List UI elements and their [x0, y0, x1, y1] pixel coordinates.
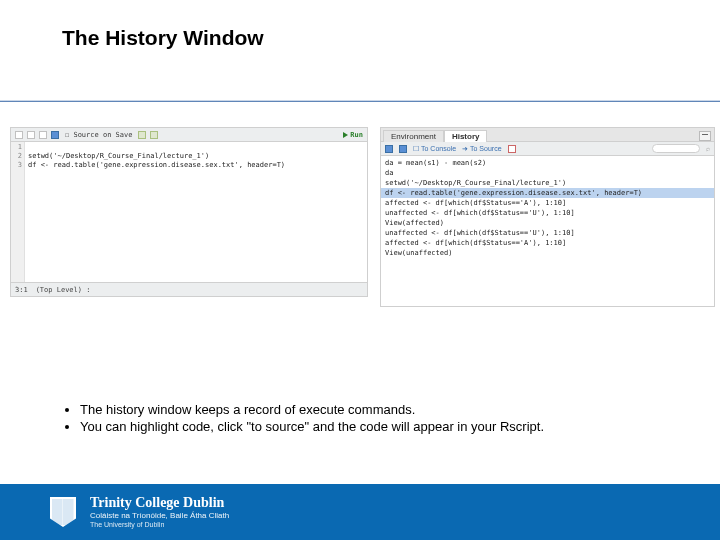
editor-body[interactable]: 1 2 3 setwd('~/Desktop/R_Course_Final/le… [11, 142, 367, 282]
line-number: 3 [11, 161, 22, 170]
history-line[interactable]: da [381, 168, 714, 178]
bullet-item: You can highlight code, click "to source… [80, 419, 662, 434]
run-arrow-icon [343, 132, 348, 138]
slide-footer: Trinity College Dublin Coláiste na Tríon… [0, 484, 720, 540]
university-gaelic: Coláiste na Tríonóide, Baile Átha Cliath [90, 511, 229, 520]
history-list[interactable]: da = mean(s1) - mean(s2)dasetwd('~/Deskt… [381, 156, 714, 306]
history-line[interactable]: unaffected <- df[which(df$Status=='U'), … [381, 208, 714, 218]
history-line[interactable]: df <- read.table('gene.expression.diseas… [381, 188, 714, 198]
bullet-item: The history window keeps a record of exe… [80, 402, 662, 417]
code-line [28, 170, 32, 178]
pane-collapse-icon[interactable] [699, 131, 711, 141]
university-name: Trinity College Dublin [90, 495, 229, 511]
editor-gutter: 1 2 3 [11, 142, 25, 282]
find-icon[interactable] [138, 131, 146, 139]
tab-history[interactable]: History [444, 130, 488, 142]
rstudio-history-pane: Environment History ☐ To Console ➜ To So… [380, 127, 715, 307]
run-label: Run [350, 131, 363, 139]
to-source-label: To Source [470, 145, 502, 152]
code-line: df <- read.table('gene.expression.diseas… [28, 161, 285, 169]
footer-text: Trinity College Dublin Coláiste na Tríon… [90, 495, 229, 528]
save-history-icon[interactable] [399, 145, 407, 153]
code-line: setwd('~/Desktop/R_Course_Final/lecture_… [28, 152, 209, 160]
line-number: 2 [11, 152, 22, 161]
new-doc-icon[interactable] [39, 131, 47, 139]
to-source-button[interactable]: ➜ To Source [462, 145, 502, 153]
history-line[interactable]: affected <- df[which(df$Status=='A'), 1:… [381, 238, 714, 248]
history-line[interactable]: unaffected <- df[which(df$Status=='U'), … [381, 228, 714, 238]
history-search-input[interactable] [652, 144, 700, 153]
scope-label: (Top Level) : [36, 286, 91, 294]
to-console-label: To Console [421, 145, 456, 152]
editor-status-bar: 3:1 (Top Level) : [11, 282, 367, 296]
history-toolbar: ☐ To Console ➜ To Source ⌕ [381, 142, 714, 156]
editor-toolbar: ☐ Source on Save Run [11, 128, 367, 142]
load-history-icon[interactable] [385, 145, 393, 153]
rstudio-source-pane: ☐ Source on Save Run 1 2 3 setwd('~/Desk… [10, 127, 368, 297]
search-icon[interactable]: ⌕ [706, 145, 710, 152]
line-number: 1 [11, 143, 22, 152]
tab-environment[interactable]: Environment [383, 130, 444, 142]
clear-history-icon[interactable] [508, 145, 516, 153]
run-button[interactable]: Run [343, 131, 363, 139]
source-on-save-checkbox[interactable]: ☐ Source on Save [63, 131, 134, 139]
wand-icon[interactable] [150, 131, 158, 139]
editor-code-area[interactable]: setwd('~/Desktop/R_Course_Final/lecture_… [25, 142, 367, 282]
tcd-crest-icon [50, 497, 76, 527]
forward-icon[interactable] [27, 131, 35, 139]
history-line[interactable]: View(affected) [381, 218, 714, 228]
history-line[interactable]: setwd('~/Desktop/R_Course_Final/lecture_… [381, 178, 714, 188]
save-icon[interactable] [51, 131, 59, 139]
history-tabbar: Environment History [381, 128, 714, 142]
to-console-button[interactable]: ☐ To Console [413, 145, 456, 153]
cursor-position: 3:1 [15, 286, 28, 294]
history-line[interactable]: affected <- df[which(df$Status=='A'), 1:… [381, 198, 714, 208]
slide-bullets: The history window keeps a record of exe… [62, 400, 662, 436]
source-on-save-label: Source on Save [73, 131, 132, 139]
history-line[interactable]: da = mean(s1) - mean(s2) [381, 158, 714, 168]
slide-title: The History Window [62, 26, 264, 50]
title-divider [0, 100, 720, 102]
history-line[interactable]: View(unaffected) [381, 248, 714, 258]
back-icon[interactable] [15, 131, 23, 139]
university-subtitle: The University of Dublin [90, 521, 229, 529]
